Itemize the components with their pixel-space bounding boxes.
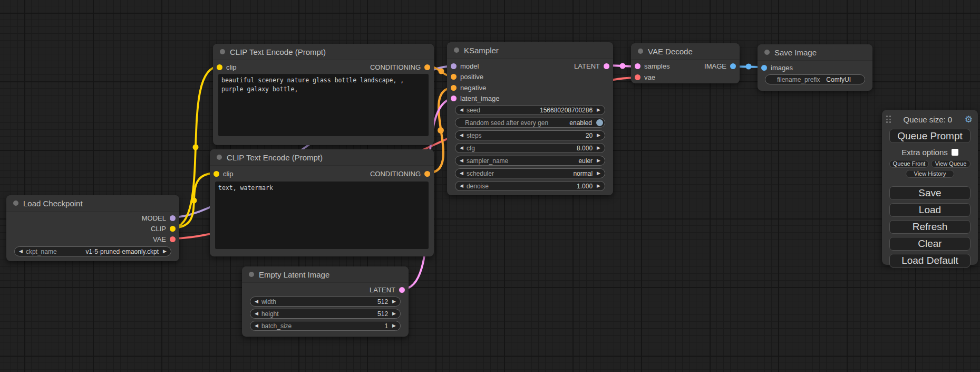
widget-ckpt-name[interactable]: ◀ ckpt_name v1-5-pruned-emaonly.ckpt ▶ (14, 246, 171, 256)
node-ksampler[interactable]: KSampler model LATENT positive (447, 42, 613, 195)
link-midpoint-dot[interactable] (193, 145, 199, 150)
increment-arrow-icon[interactable]: ▶ (597, 184, 600, 188)
extra-options-checkbox[interactable] (952, 149, 958, 156)
widget-label: denoise (467, 183, 489, 190)
input-port-latent-image[interactable] (451, 96, 457, 101)
link-midpoint-dot[interactable] (620, 63, 626, 69)
node-header[interactable]: Empty Latent Image (242, 266, 409, 283)
node-collapse-dot[interactable] (217, 155, 222, 160)
increment-arrow-icon[interactable]: ▶ (163, 249, 167, 254)
decrement-arrow-icon[interactable]: ◀ (460, 108, 463, 112)
widget-seed[interactable]: ◀ seed 156680208700286 ▶ (455, 105, 605, 115)
output-port-latent[interactable] (604, 63, 609, 69)
queue-prompt-button[interactable]: Queue Prompt (889, 129, 971, 143)
increment-arrow-icon[interactable]: ▶ (392, 311, 396, 316)
input-port-vae[interactable] (635, 74, 641, 80)
node-header[interactable]: CLIP Text Encode (Prompt) (213, 44, 434, 60)
input-port-clip[interactable] (214, 171, 219, 177)
positive-prompt-textarea[interactable]: beautiful scenery nature glass bottle la… (218, 74, 429, 136)
node-title: CLIP Text Encode (Prompt) (230, 47, 326, 56)
decrement-arrow-icon[interactable]: ◀ (460, 158, 463, 163)
input-port-images[interactable] (761, 65, 767, 71)
view-queue-button[interactable]: View Queue (931, 160, 971, 168)
node-header[interactable]: Load Checkpoint (6, 195, 179, 212)
widget-cfg[interactable]: ◀ cfg 8.000 ▶ (455, 143, 605, 153)
decrement-arrow-icon[interactable]: ◀ (460, 184, 463, 188)
load-default-button[interactable]: Load Default (889, 254, 971, 268)
decrement-arrow-icon[interactable]: ◀ (460, 146, 463, 150)
node-vae-decode[interactable]: VAE Decode samples IMAGE vae (631, 43, 740, 83)
input-port-model[interactable] (451, 63, 457, 69)
load-button[interactable]: Load (889, 203, 971, 217)
link-midpoint-dot[interactable] (439, 69, 444, 74)
increment-arrow-icon[interactable]: ▶ (392, 299, 396, 304)
negative-prompt-textarea[interactable]: text, watermark (215, 182, 429, 249)
input-port-negative[interactable] (451, 85, 457, 91)
output-port-vae[interactable] (170, 236, 176, 242)
node-header[interactable]: CLIP Text Encode (Prompt) (210, 149, 434, 166)
decrement-arrow-icon[interactable]: ◀ (460, 171, 463, 176)
increment-arrow-icon[interactable]: ▶ (597, 146, 600, 150)
link-midpoint-dot[interactable] (438, 127, 444, 133)
increment-arrow-icon[interactable]: ▶ (392, 323, 396, 328)
output-port-conditioning[interactable] (424, 64, 430, 70)
widget-width[interactable]: ◀ width 512 ▶ (250, 297, 401, 307)
drag-handle-icon[interactable] (886, 116, 891, 123)
node-header[interactable]: VAE Decode (631, 43, 740, 60)
node-collapse-dot[interactable] (220, 49, 225, 54)
output-port-model[interactable] (170, 215, 176, 221)
node-header[interactable]: KSampler (447, 42, 613, 59)
output-port-conditioning[interactable] (424, 171, 430, 177)
output-port-latent[interactable] (399, 287, 405, 293)
clear-button[interactable]: Clear (889, 237, 971, 251)
widget-filename-prefix[interactable]: filename_prefix ComfyUI (765, 74, 865, 84)
output-port-clip[interactable] (170, 226, 176, 232)
output-label-conditioning: CONDITIONING (370, 170, 421, 178)
toggle-knob[interactable] (596, 119, 603, 126)
widget-batch-size[interactable]: ◀ batch_size 1 ▶ (250, 321, 401, 331)
widget-denoise[interactable]: ◀ denoise 1.000 ▶ (455, 181, 605, 191)
queue-front-button[interactable]: Queue Front (889, 160, 929, 168)
increment-arrow-icon[interactable]: ▶ (597, 108, 600, 112)
node-collapse-dot[interactable] (764, 50, 770, 55)
save-button[interactable]: Save (889, 186, 971, 200)
node-header[interactable]: Save Image (758, 44, 872, 61)
widget-steps[interactable]: ◀ steps 20 ▶ (455, 130, 605, 140)
node-clip-text-encode-negative[interactable]: CLIP Text Encode (Prompt) clip CONDITION… (210, 149, 434, 256)
output-label-latent: LATENT (370, 286, 395, 294)
node-collapse-dot[interactable] (638, 49, 643, 54)
node-clip-text-encode-positive[interactable]: CLIP Text Encode (Prompt) clip CONDITION… (213, 44, 434, 145)
node-load-checkpoint[interactable]: Load Checkpoint MODEL CLIP VAE (6, 195, 179, 261)
extra-options-label: Extra options (901, 148, 948, 157)
link-midpoint-dot[interactable] (191, 198, 197, 204)
input-label-negative: negative (460, 84, 486, 92)
node-collapse-dot[interactable] (249, 272, 254, 277)
input-port-clip[interactable] (217, 64, 222, 70)
widget-scheduler[interactable]: ◀ scheduler normal ▶ (455, 168, 605, 178)
view-history-button[interactable]: View History (906, 170, 954, 178)
refresh-button[interactable]: Refresh (889, 220, 971, 234)
decrement-arrow-icon[interactable]: ◀ (255, 323, 258, 328)
output-port-image[interactable] (730, 63, 736, 69)
widget-value: enabled (569, 119, 592, 127)
widget-random-seed-toggle[interactable]: Random seed after every gen enabled (455, 118, 605, 128)
widget-sampler-name[interactable]: ◀ sampler_name euler ▶ (455, 156, 605, 166)
node-save-image[interactable]: Save Image images filename_prefix ComfyU… (758, 44, 872, 91)
node-graph-canvas[interactable]: Load Checkpoint MODEL CLIP VAE (0, 0, 980, 372)
increment-arrow-icon[interactable]: ▶ (597, 158, 600, 163)
widget-value: ComfyUI (826, 76, 851, 83)
decrement-arrow-icon[interactable]: ◀ (460, 133, 463, 138)
node-collapse-dot[interactable] (454, 47, 459, 53)
input-port-positive[interactable] (451, 74, 457, 80)
widget-height[interactable]: ◀ height 512 ▶ (250, 309, 401, 319)
increment-arrow-icon[interactable]: ▶ (597, 171, 600, 176)
node-empty-latent-image[interactable]: Empty Latent Image LATENT ◀ width 512 ▶ … (242, 266, 409, 337)
increment-arrow-icon[interactable]: ▶ (597, 133, 600, 138)
input-port-samples[interactable] (635, 63, 641, 69)
decrement-arrow-icon[interactable]: ◀ (255, 311, 258, 316)
link-midpoint-dot[interactable] (746, 64, 752, 70)
node-collapse-dot[interactable] (13, 201, 18, 206)
decrement-arrow-icon[interactable]: ◀ (255, 299, 258, 304)
settings-gear-icon[interactable]: ⚙ (965, 115, 973, 124)
decrement-arrow-icon[interactable]: ◀ (19, 249, 23, 254)
